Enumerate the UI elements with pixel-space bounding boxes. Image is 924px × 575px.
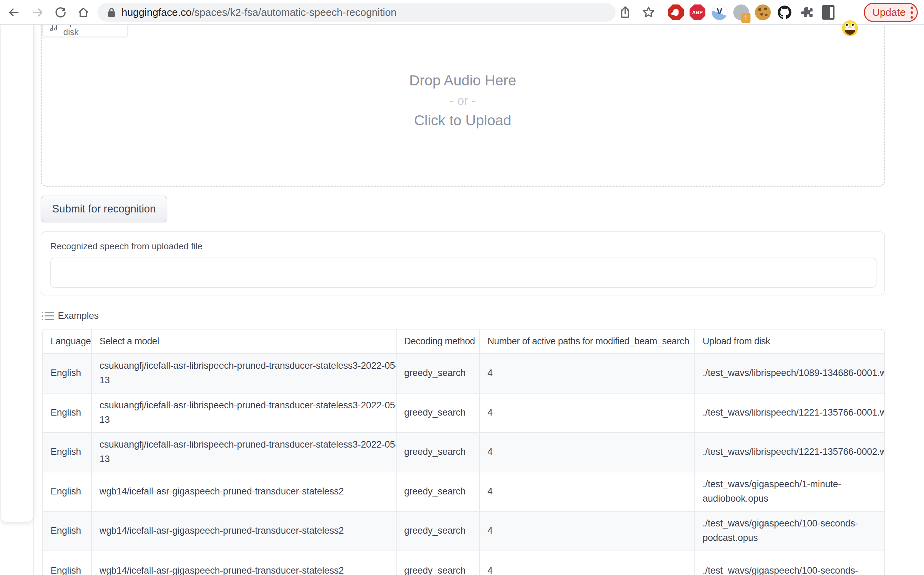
url-host: huggingface.co — [122, 6, 192, 18]
forward-icon — [31, 5, 45, 19]
update-label: Update — [872, 6, 906, 18]
profile-extension-icon[interactable]: 1 — [733, 5, 749, 20]
table-header-cell: Decoding method — [397, 329, 480, 353]
share-button[interactable] — [617, 4, 633, 21]
notification-badge: 1 — [741, 13, 751, 23]
table-cell: csukuangfj/icefall-asr-librispeech-prune… — [92, 354, 397, 393]
extensions-menu-icon[interactable] — [799, 5, 814, 20]
bookmark-button[interactable] — [640, 4, 657, 21]
table-header-row: LanguageSelect a modelDecoding methodNum… — [43, 329, 884, 354]
app-right-border — [892, 25, 892, 575]
examples-header: Examples — [42, 311, 99, 321]
hand-glyph — [673, 9, 678, 16]
table-cell: English — [43, 394, 92, 432]
lock-icon — [107, 7, 116, 18]
abp-label: ABP — [692, 10, 703, 15]
table-cell: 4 — [480, 551, 695, 575]
table-cell: greedy_search — [397, 551, 480, 575]
home-button[interactable] — [75, 4, 92, 21]
table-header-cell: Select a model — [92, 329, 397, 353]
browser-toolbar: huggingface.co/spaces/k2-fsa/automatic-s… — [0, 0, 924, 25]
table-cell: English — [43, 472, 92, 511]
table-cell: 4 — [480, 394, 695, 432]
table-cell: 4 — [480, 433, 695, 472]
table-header-cell: Number of active paths for modified_beam… — [480, 329, 695, 353]
reload-button[interactable] — [52, 4, 69, 21]
table-cell: wgb14/icefall-asr-gigaspeech-pruned-tran… — [92, 472, 397, 511]
share-icon — [619, 6, 631, 19]
table-cell: English — [43, 354, 92, 393]
chrome-update-menu[interactable]: Update — [864, 3, 918, 22]
examples-table: LanguageSelect a modelDecoding methodNum… — [42, 329, 885, 575]
github-extension-icon[interactable] — [777, 5, 792, 20]
table-cell: greedy_search — [397, 472, 480, 511]
forward-button[interactable] — [30, 4, 46, 21]
table-row[interactable]: Englishwgb14/icefall-asr-gigaspeech-prun… — [43, 511, 884, 551]
back-button[interactable] — [5, 4, 22, 21]
v-extension-icon[interactable]: V — [711, 5, 727, 20]
examples-label: Examples — [58, 311, 99, 321]
table-row[interactable]: Englishwgb14/icefall-asr-gigaspeech-prun… — [43, 551, 884, 575]
or-text: - or - — [41, 94, 885, 108]
table-cell: ./test_wavs/gigaspeech/100-seconds- — [695, 551, 885, 575]
reader-extension-icon[interactable] — [820, 5, 836, 20]
table-cell: csukuangfj/icefall-asr-librispeech-prune… — [92, 394, 397, 432]
star-icon — [642, 5, 656, 19]
puzzle-icon — [799, 5, 814, 20]
table-cell: 4 — [480, 354, 695, 393]
dropzone-text: Drop Audio Here - or - Click to Upload — [41, 72, 885, 129]
table-cell: wgb14/icefall-asr-gigaspeech-pruned-tran… — [92, 511, 397, 551]
smiley-extension-icon[interactable] — [842, 20, 858, 36]
table-cell: English — [43, 551, 92, 575]
eye-right — [851, 24, 855, 28]
table-row[interactable]: Englishcsukuangfj/icefall-asr-librispeec… — [43, 394, 884, 433]
v-label: V — [716, 5, 722, 17]
table-row[interactable]: Englishcsukuangfj/icefall-asr-librispeec… — [43, 433, 884, 472]
window-glyph — [822, 5, 835, 20]
table-cell: greedy_search — [397, 511, 480, 551]
list-icon — [42, 311, 54, 321]
url-text: huggingface.co/spaces/k2-fsa/automatic-s… — [122, 6, 397, 18]
drop-audio-here-text: Drop Audio Here — [41, 72, 885, 89]
submit-for-recognition-button[interactable]: Submit for recognition — [41, 195, 167, 222]
recognized-speech-label: Recognized speech from uploaded file — [50, 241, 202, 252]
cookie-extension-icon[interactable] — [755, 5, 771, 20]
table-header-cell: Language — [43, 329, 92, 353]
click-to-upload-text: Click to Upload — [41, 112, 885, 129]
table-cell: 4 — [480, 511, 695, 551]
table-cell: csukuangfj/icefall-asr-librispeech-prune… — [92, 433, 397, 472]
table-cell: greedy_search — [397, 354, 480, 393]
table-row[interactable]: Englishcsukuangfj/icefall-asr-librispeec… — [43, 354, 884, 394]
kebab-menu-icon — [911, 6, 913, 19]
table-cell: English — [43, 433, 92, 472]
table-cell: greedy_search — [397, 394, 480, 432]
table-cell: ./test_wavs/gigaspeech/1-minute- audiobo… — [695, 472, 885, 511]
github-icon — [777, 5, 792, 20]
app-left-border — [33, 25, 34, 575]
table-cell: 4 — [480, 472, 695, 511]
table-cell: greedy_search — [397, 433, 480, 472]
table-cell: ./test_wavs/librispeech/1221-135766-0001… — [695, 394, 885, 432]
table-cell: ./test_wavs/gigaspeech/100-seconds- podc… — [695, 511, 885, 551]
recognized-speech-panel: Recognized speech from uploaded file — [41, 231, 885, 295]
table-cell: English — [43, 511, 92, 551]
address-bar[interactable]: huggingface.co/spaces/k2-fsa/automatic-s… — [97, 3, 616, 22]
adblock-extension-icon[interactable] — [668, 5, 684, 20]
recognized-speech-textarea[interactable] — [50, 257, 876, 288]
reload-icon — [54, 5, 67, 19]
adblock-plus-extension-icon[interactable]: ABP — [689, 5, 705, 20]
home-icon — [76, 5, 90, 19]
left-panel-card — [1, 21, 33, 522]
eye-left — [845, 24, 849, 28]
table-cell: ./test_wavs/librispeech/1221-135766-0002… — [695, 433, 885, 472]
table-row[interactable]: Englishwgb14/icefall-asr-gigaspeech-prun… — [43, 472, 884, 512]
mouth — [845, 28, 855, 35]
back-icon — [7, 5, 21, 19]
url-path: /spaces/k2-fsa/automatic-speech-recognit… — [192, 6, 397, 18]
browser-window: huggingface.co/spaces/k2-fsa/automatic-s… — [0, 0, 924, 575]
table-cell: ./test_wavs/librispeech/1089-134686-0001… — [695, 354, 885, 393]
table-cell: wgb14/icefall-asr-gigaspeech-pruned-tran… — [92, 551, 397, 575]
table-header-cell: Upload from disk — [695, 329, 885, 353]
